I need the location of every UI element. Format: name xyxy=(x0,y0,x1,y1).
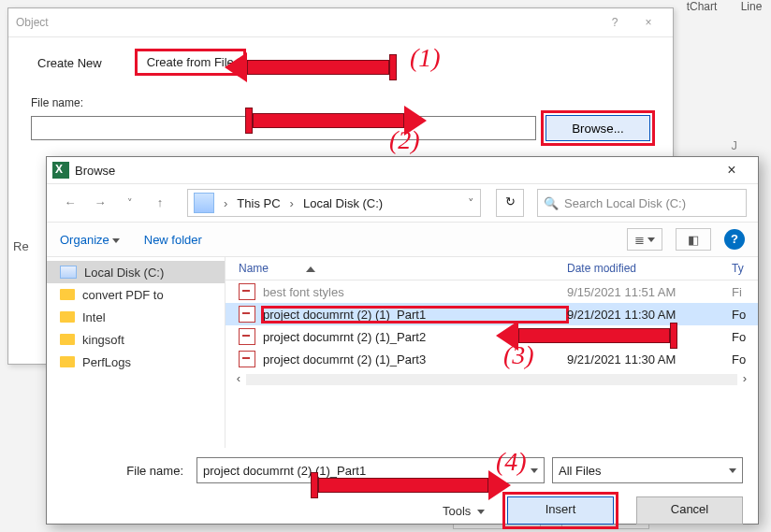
file-type: Fo xyxy=(732,308,758,322)
tree-label: Local Disk (C:) xyxy=(84,266,164,280)
file-type-filter[interactable]: All Files xyxy=(552,457,743,483)
horizontal-scrollbar[interactable]: ‹ › xyxy=(231,372,752,387)
tools-menu[interactable]: Tools xyxy=(443,504,485,518)
search-input[interactable]: 🔍 Search Local Disk (C:) xyxy=(537,189,747,217)
sort-asc-icon xyxy=(306,266,315,272)
cancel-button[interactable]: Cancel xyxy=(636,496,743,525)
file-type: Fo xyxy=(732,330,758,344)
drive-icon xyxy=(60,266,77,279)
view-options-button[interactable]: ≣ xyxy=(627,228,662,251)
refresh-button[interactable]: ↻ xyxy=(496,189,524,217)
filter-label: All Files xyxy=(559,464,602,478)
ribbon-pivotchart[interactable]: tChart xyxy=(678,0,725,13)
col-date[interactable]: Date modified xyxy=(567,262,732,275)
help-button[interactable]: ? xyxy=(724,229,745,250)
breadcrumb-drive[interactable]: Local Disk (C:) xyxy=(303,196,383,210)
drive-icon xyxy=(194,193,214,213)
pdf-icon xyxy=(239,328,255,345)
search-placeholder: Search Local Disk (C:) xyxy=(564,196,686,210)
tree-label: kingsoft xyxy=(82,333,124,347)
browse-button[interactable]: Browse... xyxy=(546,115,650,141)
tree-label: Intel xyxy=(82,310,106,324)
annotation-number-1: (1) xyxy=(410,43,441,73)
file-row[interactable]: project documrnt (2) (1)_Part2 9/21/2021… xyxy=(225,325,758,348)
pdf-icon xyxy=(239,306,255,323)
scroll-left-icon[interactable]: ‹ xyxy=(231,372,246,387)
file-list-header[interactable]: Name Date modified Ty xyxy=(225,257,758,280)
file-row-selected[interactable]: project documrnt (2) (1)_Part1 9/21/2021… xyxy=(225,303,758,325)
folder-icon xyxy=(60,334,75,345)
browse-close-button[interactable]: × xyxy=(711,157,752,183)
insert-button[interactable]: Insert xyxy=(507,496,614,525)
annotation-number-2: (2) xyxy=(389,125,420,155)
chevron-down-icon[interactable] xyxy=(531,468,538,473)
folder-icon xyxy=(60,289,75,300)
col-name[interactable]: Name xyxy=(239,262,269,275)
nav-back-button[interactable]: ← xyxy=(58,191,82,215)
dialog-help-button[interactable]: ? xyxy=(598,8,632,36)
folder-tree: Local Disk (C:) convert PDF to Intel kin… xyxy=(47,257,225,448)
browse-dialog-title: Browse xyxy=(75,164,115,178)
dialog-close-button[interactable]: × xyxy=(632,8,665,36)
breadcrumb-dropdown-icon[interactable]: ˅ xyxy=(468,196,474,210)
preview-pane-button[interactable]: ◧ xyxy=(676,228,711,251)
search-icon: 🔍 xyxy=(544,196,559,210)
file-type: Fo xyxy=(732,352,758,367)
annotation-arrow-4 xyxy=(311,470,511,500)
tree-label: PerfLogs xyxy=(82,355,131,369)
file-row[interactable]: best font styles 9/15/2021 11:51 AM Fi xyxy=(225,280,758,303)
file-date: 9/21/2021 11:30 AM xyxy=(567,352,732,367)
pdf-icon xyxy=(239,283,255,300)
pdf-icon xyxy=(239,351,255,367)
col-type[interactable]: Ty xyxy=(732,262,758,275)
footer-file-name-label: File name: xyxy=(62,464,189,478)
file-date: 9/15/2021 11:51 AM xyxy=(567,285,732,299)
breadcrumb-this-pc[interactable]: This PC xyxy=(237,196,280,210)
tree-item-drive[interactable]: Local Disk (C:) xyxy=(47,261,225,283)
tree-item-folder[interactable]: kingsoft xyxy=(47,328,225,351)
file-name: best font styles xyxy=(263,285,567,299)
ribbon-line[interactable]: Line xyxy=(734,0,769,13)
nav-forward-button[interactable]: → xyxy=(88,191,112,215)
tree-item-folder[interactable]: Intel xyxy=(47,306,225,328)
annotation-arrow-1 xyxy=(225,52,397,82)
tree-item-folder[interactable]: PerfLogs xyxy=(47,351,225,373)
folder-icon xyxy=(60,311,75,323)
object-dialog-title: Object xyxy=(16,8,49,36)
scroll-right-icon[interactable]: › xyxy=(737,372,752,387)
annotation-number-3: (3) xyxy=(503,340,534,370)
organize-menu[interactable]: Organize xyxy=(60,233,120,247)
tab-create-new[interactable]: Create New xyxy=(27,51,112,74)
file-name: project documrnt (2) (1)_Part1 xyxy=(263,308,567,322)
tree-item-folder[interactable]: convert PDF to xyxy=(47,283,225,306)
nav-recent-dropdown[interactable]: ˅ xyxy=(118,191,142,215)
file-list: Name Date modified Ty best font styles 9… xyxy=(225,257,758,448)
folder-icon xyxy=(60,356,75,367)
excel-icon xyxy=(52,162,69,179)
scroll-track[interactable] xyxy=(246,374,737,385)
file-row[interactable]: project documrnt (2) (1)_Part3 9/21/2021… xyxy=(225,348,758,370)
new-folder-button[interactable]: New folder xyxy=(144,233,202,247)
file-type: Fi xyxy=(732,285,758,299)
tree-label: convert PDF to xyxy=(82,288,164,302)
chevron-down-icon xyxy=(729,468,736,473)
file-date: 9/21/2021 11:30 AM xyxy=(567,308,732,322)
breadcrumb-bar[interactable]: This PC Local Disk (C:) ˅ xyxy=(187,189,481,217)
background-label: Re xyxy=(13,239,29,253)
annotation-number-4: (4) xyxy=(496,447,527,477)
grid-column-letter: J xyxy=(732,138,738,152)
nav-up-button[interactable]: ↑ xyxy=(148,191,172,215)
